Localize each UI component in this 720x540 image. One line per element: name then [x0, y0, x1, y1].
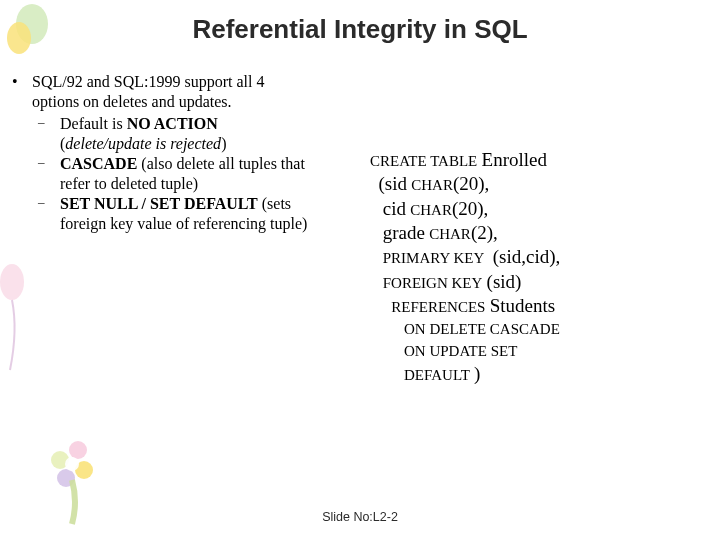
bullet-dash: –: [38, 154, 60, 193]
bullet-dash: –: [38, 114, 60, 153]
sub-bullet-1: Default is NO ACTION (delete/update is r…: [60, 114, 354, 153]
slide-title: Referential Integrity in SQL: [0, 14, 720, 45]
slide-number: Slide No:L2-2: [0, 510, 720, 524]
bullet-main: SQL/92 and SQL:1999 support all 4 option…: [32, 72, 354, 111]
svg-point-2: [0, 264, 24, 300]
bullet-block: • SQL/92 and SQL:1999 support all 4 opti…: [12, 72, 354, 233]
bullet-dot: •: [12, 72, 32, 111]
balloon-decor-2: [0, 260, 30, 380]
bullet-dash: –: [38, 194, 60, 233]
svg-point-7: [65, 457, 79, 471]
sql-block: CREATE TABLE Enrolled (sid CHAR(20), cid…: [370, 148, 710, 386]
sub-bullet-3: SET NULL / SET DEFAULT (sets foreign key…: [60, 194, 354, 233]
svg-point-4: [69, 441, 87, 459]
sub-bullet-2: CASCADE (also delete all tuples that ref…: [60, 154, 354, 193]
